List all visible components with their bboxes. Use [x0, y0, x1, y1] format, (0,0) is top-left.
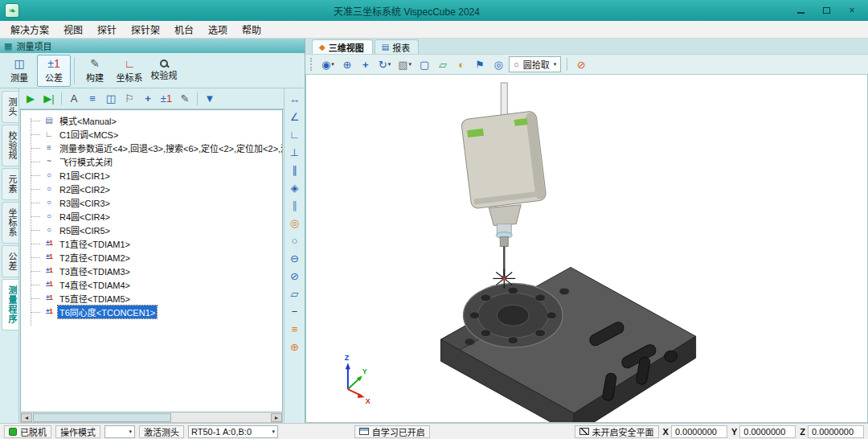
- right-angle-button[interactable]: ∟: [286, 126, 304, 143]
- position-button[interactable]: ◈: [286, 179, 304, 196]
- symmetry-icon: ≡: [292, 323, 298, 335]
- scroll-track[interactable]: [32, 413, 271, 422]
- tree-item-14[interactable]: ±1T6同心度<TCONCEN1>: [29, 305, 282, 318]
- roundness-button[interactable]: ⊖: [286, 250, 304, 267]
- coordinate-system-button[interactable]: ∟坐标系: [113, 55, 146, 87]
- tree-item-label: R1圆<CIR1>: [58, 169, 112, 182]
- main-content: ▦ 测量项目 ◫测量±1公差✎构建∟坐标系校验规 测头校验规元素坐标系公差测量程…: [0, 39, 868, 423]
- stylus-button[interactable]: ✎: [176, 91, 194, 107]
- view-tab-0[interactable]: ◆三维视图: [312, 39, 373, 54]
- toolbar-separator: [74, 57, 75, 84]
- scroll-thumb[interactable]: [33, 413, 171, 422]
- runout-button[interactable]: ⊘: [286, 268, 304, 285]
- menu-item-1[interactable]: 视图: [56, 21, 90, 38]
- profile-button[interactable]: ▱: [286, 285, 304, 302]
- menu-item-4[interactable]: 机台: [167, 21, 201, 38]
- measure-button[interactable]: ◫: [102, 91, 120, 107]
- angle-button[interactable]: ∠: [286, 109, 304, 125]
- stop-probe-button[interactable]: ⊘: [573, 56, 589, 72]
- circle-pick-select[interactable]: ○圆拾取▾: [509, 56, 561, 72]
- close-button[interactable]: ×: [845, 4, 858, 17]
- move-button[interactable]: +: [139, 91, 157, 107]
- side-tab-0[interactable]: 测头: [2, 91, 18, 123]
- menu-item-5[interactable]: 选项: [201, 21, 235, 38]
- circle-button[interactable]: ○: [286, 232, 304, 249]
- safety-plane-label: 未开启安全平面: [592, 425, 654, 438]
- menu-item-3[interactable]: 探针架: [124, 21, 167, 38]
- tolerance-button[interactable]: ±1公差: [37, 55, 71, 87]
- probe-position-button[interactable]: ⊕: [339, 56, 355, 72]
- concentricity-icon: ◎: [290, 217, 299, 229]
- probe-button[interactable]: ▼: [201, 91, 219, 107]
- true-position-button[interactable]: ⊕: [286, 338, 304, 355]
- concentricity-button[interactable]: ◎: [286, 215, 304, 232]
- tree-item-8[interactable]: ○R5圆<CIR5>: [29, 223, 282, 236]
- coordinate-axis-label: X: [663, 427, 669, 437]
- run-button[interactable]: ▶: [22, 91, 39, 107]
- step-run-button[interactable]: ▶|: [40, 91, 58, 107]
- tree-item-13[interactable]: ±1T5直径<TDIAM5>: [29, 291, 282, 305]
- perpendicularity-button[interactable]: ⊥: [286, 144, 304, 161]
- tree-item-2[interactable]: ≡测量参数逼近<4>,回退<3>,搜索<6>,定位<2>,定位加<2>,测: [29, 141, 282, 154]
- flag-button[interactable]: ⚐: [121, 91, 138, 107]
- mode-icon: ▤: [43, 116, 55, 125]
- tree-item-7[interactable]: ○R4圆<CIR4>: [29, 209, 282, 223]
- zoom-window-button[interactable]: ▢: [416, 56, 432, 72]
- tree-item-6[interactable]: ○R3圆<CIR3>: [29, 195, 282, 209]
- rotate-button[interactable]: ↻▾: [376, 56, 393, 72]
- gauge-button[interactable]: 校验规: [147, 55, 181, 87]
- construct-button[interactable]: ✎构建: [78, 55, 112, 87]
- application-window: ❧ 天准三坐标系统 VispecCube 2024 × 解决方案视图探针探针架机…: [0, 0, 868, 439]
- view-mode-button[interactable]: ◉▾: [319, 56, 337, 72]
- self-learning-label: 自学习已开启: [372, 425, 425, 438]
- operation-mode-select[interactable]: ▾: [104, 425, 135, 438]
- side-tab-5[interactable]: 测量程序: [2, 279, 18, 330]
- straightness-button[interactable]: −: [286, 303, 304, 320]
- parameters-button[interactable]: ≡: [84, 91, 101, 107]
- menu-item-0[interactable]: 解决方案: [3, 21, 56, 38]
- axes-icon: ∟: [124, 58, 135, 70]
- scroll-right-arrow[interactable]: ▸: [271, 413, 282, 422]
- active-probe-select[interactable]: RT50-1 A:0,B:0 ▾: [188, 425, 278, 438]
- tolerance-button[interactable]: ±1: [158, 91, 175, 107]
- chevron-down-icon: ▾: [331, 61, 334, 68]
- view-tab-1[interactable]: ▤报表: [375, 39, 419, 54]
- tree-item-12[interactable]: ±1T4直径<TDIAM4>: [29, 277, 282, 291]
- angularity-button[interactable]: ∥: [286, 197, 304, 214]
- pan-button[interactable]: +: [358, 56, 374, 72]
- menu-item-2[interactable]: 探针: [90, 21, 124, 38]
- chevron-down-icon: ▾: [554, 61, 557, 68]
- tree-item-9[interactable]: ±1T1直径<TDIAM1>: [29, 236, 282, 250]
- 3d-viewport[interactable]: Z Y X: [305, 75, 868, 423]
- tree-column: ▶▶|A≡◫⚐+±1✎▼ ▤模式<Manual>∟C1回调<MCS>≡测量参数逼…: [19, 88, 284, 423]
- tree-item-4[interactable]: ○R1圆<CIR1>: [29, 168, 282, 182]
- view-cube-button[interactable]: ▧▾: [395, 56, 414, 72]
- target-button[interactable]: ◎: [490, 56, 506, 72]
- horizontal-scrollbar[interactable]: ◂ ▸: [20, 412, 283, 423]
- menu-item-6[interactable]: 帮助: [235, 21, 268, 38]
- tree-item-0[interactable]: ▤模式<Manual>: [29, 113, 282, 127]
- auto-label-button[interactable]: A: [65, 91, 83, 107]
- tree-item-label: T5直径<TDIAM5>: [58, 292, 132, 305]
- minimize-button[interactable]: [794, 4, 807, 17]
- tree-item-3[interactable]: ~飞行模式关闭: [29, 154, 282, 168]
- labels-button[interactable]: ▱: [435, 56, 451, 72]
- tree-item-5[interactable]: ○R2圆<CIR2>: [29, 182, 282, 195]
- view3d-icon: ◆: [319, 43, 326, 51]
- section-button[interactable]: ⚑: [472, 56, 488, 72]
- side-tab-4[interactable]: 公差: [2, 245, 18, 277]
- lighting-button[interactable]: ◐: [453, 56, 469, 72]
- side-tab-1[interactable]: 校验规: [2, 125, 18, 166]
- tree-item-11[interactable]: ±1T3直径<TDIAM3>: [29, 264, 282, 277]
- symmetry-button[interactable]: ≡: [286, 321, 304, 338]
- scroll-left-arrow[interactable]: ◂: [21, 413, 32, 422]
- maximize-button[interactable]: [820, 4, 833, 17]
- tree-item-1[interactable]: ∟C1回调<MCS>: [29, 127, 282, 141]
- distance-button[interactable]: ↔: [286, 91, 304, 108]
- side-tab-2[interactable]: 元素: [2, 168, 18, 200]
- parallelism-button[interactable]: ∥: [286, 162, 304, 178]
- measure-button[interactable]: ◫测量: [2, 55, 36, 87]
- toolbar-grip[interactable]: [310, 58, 313, 71]
- tree-item-10[interactable]: ±1T2直径<TDIAM2>: [29, 250, 282, 264]
- side-tab-3[interactable]: 坐标系: [2, 202, 18, 244]
